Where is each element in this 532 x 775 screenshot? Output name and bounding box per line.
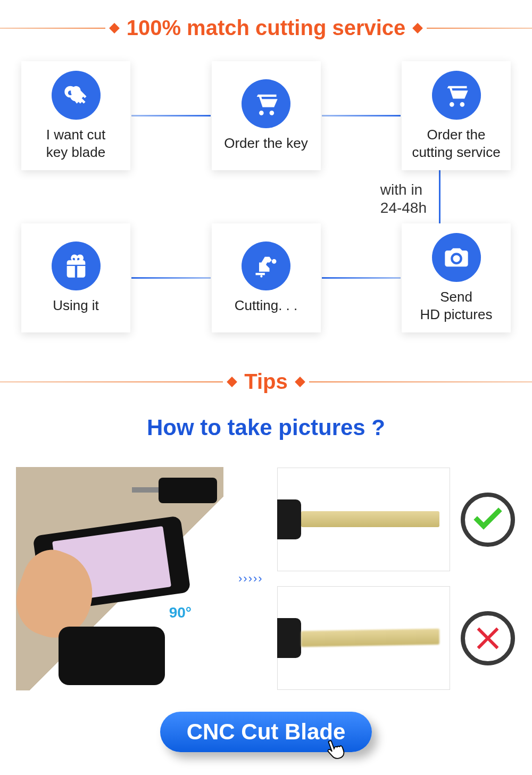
steps-container: I want cut key blade Order the key Order… bbox=[0, 61, 532, 354]
step-card-cutting: Cutting. . . bbox=[212, 223, 321, 332]
camera-icon bbox=[432, 233, 481, 282]
step-label: Using it bbox=[47, 297, 104, 314]
photo-key-bad bbox=[277, 586, 450, 690]
cross-icon bbox=[461, 611, 515, 665]
diamond-icon bbox=[412, 23, 423, 34]
robot-arm-icon bbox=[242, 241, 290, 290]
cart-icon bbox=[242, 79, 290, 128]
connector-line bbox=[322, 115, 401, 116]
divider bbox=[0, 381, 223, 382]
connector-line bbox=[439, 170, 440, 223]
arrows-icon: ››››› bbox=[238, 572, 262, 586]
keys-icon bbox=[52, 71, 101, 120]
subtitle-how-to: How to take pictures ? bbox=[0, 415, 532, 440]
cta-container: CNC Cut Blade bbox=[0, 712, 532, 775]
result-good bbox=[277, 468, 516, 571]
connector-line bbox=[322, 277, 401, 279]
connector-line bbox=[131, 277, 211, 279]
gift-icon bbox=[52, 241, 101, 290]
result-bad bbox=[277, 586, 516, 690]
diamond-icon bbox=[109, 23, 120, 34]
step-card-want-cut: I want cut key blade bbox=[21, 61, 130, 170]
diamond-icon bbox=[227, 377, 237, 387]
pointer-cursor-icon bbox=[325, 737, 348, 763]
step-card-send-pictures: Send HD pictures bbox=[402, 223, 511, 332]
angle-label: 90° bbox=[169, 604, 192, 621]
cart-icon bbox=[432, 71, 481, 120]
divider bbox=[309, 381, 532, 382]
connector-line bbox=[131, 115, 211, 116]
steps-row-top: I want cut key blade Order the key Order… bbox=[21, 61, 511, 170]
step-label: Cutting. . . bbox=[229, 297, 303, 314]
section-header-tips: Tips bbox=[0, 370, 532, 394]
result-column bbox=[277, 468, 516, 690]
section-title-tips: Tips bbox=[241, 370, 291, 394]
section-title-service: 100% match cutting service bbox=[123, 16, 409, 40]
divider bbox=[427, 28, 532, 29]
vertical-connector: with in 24-48h bbox=[21, 170, 511, 223]
step-card-using-it: Using it bbox=[21, 223, 130, 332]
divider bbox=[0, 28, 105, 29]
step-label: Order the cutting service bbox=[406, 126, 505, 161]
photo-taking-picture: 90° bbox=[16, 467, 223, 690]
steps-row-bottom: Using it Cutting. . . Send HD pictures bbox=[21, 223, 511, 332]
step-card-order-key: Order the key bbox=[212, 61, 321, 170]
diamond-icon bbox=[295, 377, 305, 387]
duration-label: with in 24-48h bbox=[380, 181, 427, 216]
step-card-order-service: Order the cutting service bbox=[402, 61, 511, 170]
step-label: Send HD pictures bbox=[415, 288, 498, 323]
checkmark-icon bbox=[461, 493, 515, 547]
step-label: Order the key bbox=[219, 135, 313, 152]
step-label: I want cut key blade bbox=[41, 126, 111, 161]
picture-instructions: 90° ››››› bbox=[0, 467, 532, 712]
photo-key-good bbox=[277, 468, 450, 571]
section-header-service: 100% match cutting service bbox=[0, 16, 532, 40]
